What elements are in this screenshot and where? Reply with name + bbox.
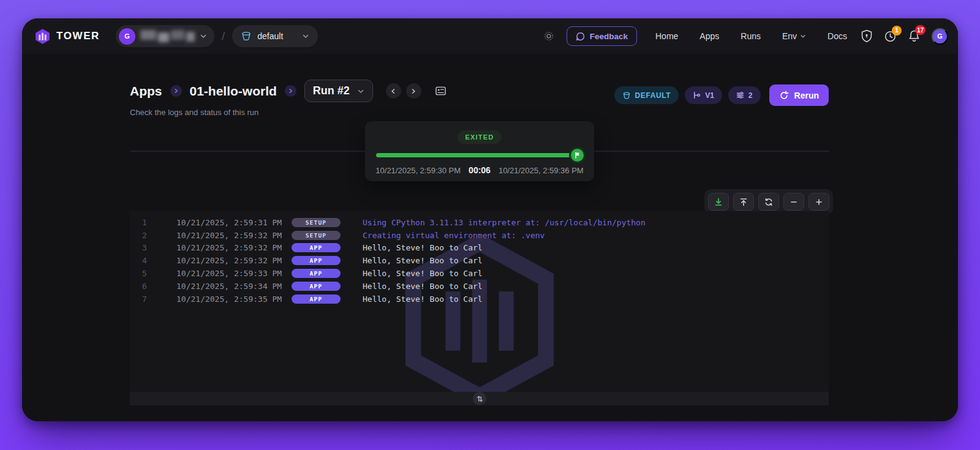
sort-arrows-icon xyxy=(477,396,483,402)
log-message: Hello, Steve! Boo to Carl xyxy=(360,243,829,252)
environment-tag[interactable]: DEFAULT xyxy=(614,86,679,104)
chevron-right-icon xyxy=(170,85,182,97)
chevron-down-icon xyxy=(302,32,309,40)
version-tag[interactable]: V1 xyxy=(685,86,722,104)
log-message: Hello, Steve! Boo to Carl xyxy=(360,256,829,265)
log-line-number: 2 xyxy=(130,231,151,240)
page-subtitle: Check the logs and status of this run xyxy=(130,108,446,117)
version-icon xyxy=(693,91,701,99)
log-channel-badge: SETUP xyxy=(292,218,341,227)
download-icon xyxy=(714,198,723,206)
log-row[interactable]: 7 10/21/2025, 2:59:35 PM APP Hello, Stev… xyxy=(130,293,829,306)
environment-tag-label: DEFAULT xyxy=(635,91,671,100)
log-message: Creating virtual environment at: .venv xyxy=(360,231,829,240)
shield-lock-icon xyxy=(861,29,873,43)
log-line-number: 4 xyxy=(130,256,151,265)
zoom-out-button[interactable] xyxy=(783,193,804,211)
run-status-card: EXITED 10/21/2025, 2:59:30 PM 00:06 10/2… xyxy=(365,121,594,181)
next-run-button[interactable] xyxy=(406,83,421,99)
run-details-button[interactable] xyxy=(435,86,446,96)
log-message: Hello, Steve! Boo to Carl xyxy=(360,269,829,278)
nav-links: Home Apps Runs Env Docs xyxy=(655,31,847,41)
run-start-time: 10/21/2025, 2:59:30 PM xyxy=(375,166,461,175)
log-row[interactable]: 1 10/21/2025, 2:59:31 PM SETUP Using CPy… xyxy=(130,216,829,229)
zoom-in-button[interactable] xyxy=(809,193,829,211)
chevron-down-icon xyxy=(357,88,364,95)
main-content: Apps 01-hello-world Run #2 xyxy=(22,54,958,421)
log-row[interactable]: 3 10/21/2025, 2:59:32 PM APP Hello, Stev… xyxy=(130,242,829,255)
run-selector[interactable]: Run #2 xyxy=(304,80,373,102)
parameters-count: 2 xyxy=(748,91,753,100)
sun-icon xyxy=(543,31,554,42)
rerun-icon xyxy=(779,91,789,100)
nav-link-docs[interactable]: Docs xyxy=(827,31,847,41)
chat-bubble-icon xyxy=(576,32,585,41)
log-row[interactable]: 6 10/21/2025, 2:59:34 PM APP Hello, Stev… xyxy=(130,280,829,293)
top-navbar: TOWER G / default xyxy=(22,18,958,54)
app-window: TOWER G / default xyxy=(22,18,958,421)
log-message: Using CPython 3.11.13 interpreter at: /u… xyxy=(360,218,829,227)
log-channel-badge: APP xyxy=(292,243,341,252)
notifications-count-badge: 17 xyxy=(915,25,925,35)
org-selector[interactable]: G xyxy=(116,25,214,47)
chevron-right-icon xyxy=(410,88,417,94)
log-line-number: 5 xyxy=(130,269,151,278)
download-logs-button[interactable] xyxy=(708,193,729,211)
plus-icon xyxy=(815,198,823,206)
log-row[interactable]: 2 10/21/2025, 2:59:32 PM SETUP Creating … xyxy=(130,229,829,242)
log-row[interactable]: 4 10/21/2025, 2:59:32 PM APP Hello, Stev… xyxy=(130,254,829,267)
breadcrumb-apps[interactable]: Apps xyxy=(130,84,162,99)
breadcrumb-slash: / xyxy=(222,29,225,43)
chevron-left-icon xyxy=(390,88,396,94)
nav-link-env[interactable]: Env xyxy=(782,31,806,41)
page-header: Apps 01-hello-world Run #2 xyxy=(130,80,446,117)
refresh-icon xyxy=(764,198,773,206)
security-button[interactable] xyxy=(861,29,873,43)
scroll-direction-button[interactable] xyxy=(473,392,486,405)
log-line-number: 1 xyxy=(130,218,151,227)
bucket-icon xyxy=(622,91,631,100)
feedback-button[interactable]: Feedback xyxy=(567,26,637,46)
rerun-button[interactable]: Rerun xyxy=(769,84,829,106)
nav-link-apps[interactable]: Apps xyxy=(699,31,719,41)
refresh-logs-button[interactable] xyxy=(758,193,779,211)
log-channel-badge: SETUP xyxy=(292,231,341,240)
environment-selector[interactable]: default xyxy=(232,25,318,47)
run-label: Run #2 xyxy=(313,84,350,97)
log-message: Hello, Steve! Boo to Carl xyxy=(360,282,829,291)
run-end-time: 10/21/2025, 2:59:36 PM xyxy=(499,166,584,175)
log-timestamp: 10/21/2025, 2:59:32 PM xyxy=(151,243,292,252)
log-message: Hello, Steve! Boo to Carl xyxy=(360,294,829,304)
log-row[interactable]: 5 10/21/2025, 2:59:33 PM APP Hello, Stev… xyxy=(130,267,829,280)
user-avatar[interactable]: G xyxy=(932,28,948,45)
nav-link-home[interactable]: Home xyxy=(655,31,678,41)
bucket-icon xyxy=(241,31,252,42)
run-times: 10/21/2025, 2:59:30 PM 00:06 10/21/2025,… xyxy=(365,165,594,175)
log-timestamp: 10/21/2025, 2:59:34 PM xyxy=(151,282,292,291)
run-duration: 00:06 xyxy=(469,165,491,175)
nav-link-runs[interactable]: Runs xyxy=(741,31,761,41)
previous-run-button[interactable] xyxy=(386,83,401,99)
chevron-down-icon xyxy=(800,33,806,39)
log-channel-badge: APP xyxy=(292,256,341,265)
parameters-tag[interactable]: 2 xyxy=(728,86,761,104)
brand[interactable]: TOWER xyxy=(34,28,100,45)
breadcrumb-app-name[interactable]: 01-hello-world xyxy=(190,84,277,99)
log-timestamp: 10/21/2025, 2:59:35 PM xyxy=(151,294,292,304)
tower-logo-icon xyxy=(34,28,51,45)
theme-toggle-button[interactable] xyxy=(543,31,554,42)
log-toolbar xyxy=(704,189,833,214)
log-line-number: 7 xyxy=(130,294,151,304)
sliders-icon xyxy=(736,91,744,99)
log-viewer[interactable]: 1 10/21/2025, 2:59:31 PM SETUP Using CPy… xyxy=(130,211,829,392)
arrow-to-top-icon xyxy=(739,198,748,206)
run-actions: DEFAULT V1 xyxy=(614,84,829,106)
history-button-wrap: 1 xyxy=(884,30,897,43)
environment-value: default xyxy=(257,31,283,41)
scroll-to-top-button[interactable] xyxy=(733,193,754,211)
log-timestamp: 10/21/2025, 2:59:33 PM xyxy=(151,269,292,278)
rerun-label: Rerun xyxy=(794,91,819,100)
log-line-number: 3 xyxy=(130,243,151,252)
status-badge: EXITED xyxy=(458,130,502,144)
chevron-right-icon xyxy=(285,85,296,97)
